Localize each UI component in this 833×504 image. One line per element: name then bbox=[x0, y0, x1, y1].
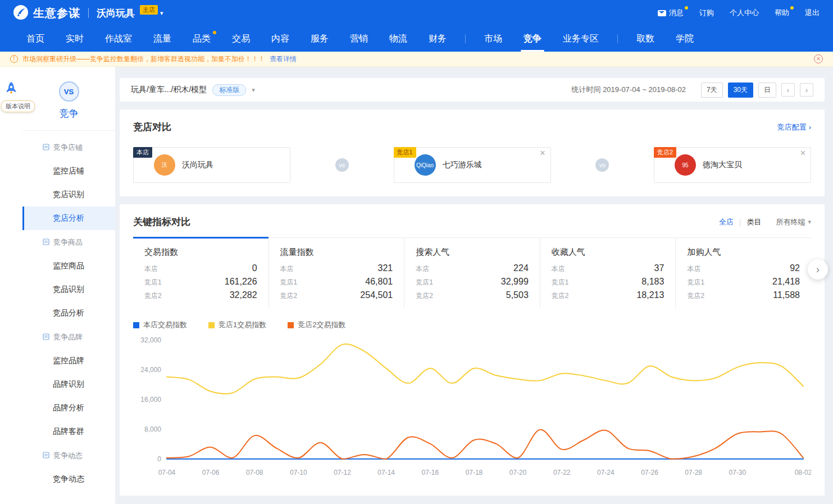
notice-close-icon[interactable]: × bbox=[814, 54, 823, 63]
nav-item-4[interactable]: 品类 bbox=[182, 26, 221, 52]
metric-value: 254,501 bbox=[360, 290, 393, 300]
metric-column-4[interactable]: 加购人气本店92竞店121,418竞店211,588 bbox=[676, 238, 811, 309]
remove-store-button[interactable]: × bbox=[800, 149, 805, 158]
range-button-0[interactable]: 7天 bbox=[701, 83, 723, 98]
rocket-icon[interactable] bbox=[5, 81, 17, 98]
notification-dot bbox=[685, 6, 688, 10]
left-rail: 版本说明 bbox=[0, 67, 22, 504]
scope-tab-category[interactable]: 类目 bbox=[746, 217, 761, 227]
store-badge: 竞店1 bbox=[394, 147, 416, 158]
sidebar-item-5[interactable]: 监控商品 bbox=[22, 254, 115, 278]
metric-value: 0 bbox=[252, 263, 257, 273]
remove-store-button[interactable]: × bbox=[540, 149, 545, 158]
nav-item-13[interactable]: 竞争 bbox=[513, 26, 552, 52]
metric-column-2[interactable]: 搜索人气本店224竞店132,999竞店25,503 bbox=[404, 238, 540, 309]
category-breadcrumb[interactable]: 玩具/童车.../积木/模型 bbox=[131, 85, 207, 95]
nav-item-1[interactable]: 实时 bbox=[55, 26, 94, 52]
sidebar-item-6[interactable]: 竞品识别 bbox=[22, 278, 115, 301]
metric-column-3[interactable]: 收藏人气本店37竞店18,183竞店218,213 bbox=[540, 238, 676, 309]
topbar-profile[interactable]: 个人中心 bbox=[730, 8, 759, 18]
metric-row-label: 竞店1 bbox=[552, 278, 569, 287]
range-button-2[interactable]: 日 bbox=[758, 83, 776, 98]
metric-column-0[interactable]: 交易指数本店0竞店1161,226竞店232,282 bbox=[133, 238, 269, 309]
metric-row: 竞店132,999 bbox=[416, 277, 529, 287]
version-note-tag[interactable]: 版本说明 bbox=[1, 100, 35, 112]
sidebar-item-2[interactable]: 竞店识别 bbox=[22, 183, 115, 207]
notification-dot bbox=[213, 31, 216, 34]
sidebar-section-8: 竞争品牌 bbox=[22, 325, 115, 349]
folder-icon bbox=[43, 239, 49, 247]
nav-item-16[interactable]: 取数 bbox=[626, 26, 665, 52]
range-button-1[interactable]: 30天 bbox=[728, 83, 753, 98]
sidebar-item-9[interactable]: 监控品牌 bbox=[22, 349, 115, 373]
nav-item-5[interactable]: 交易 bbox=[221, 26, 261, 52]
notice-detail-link[interactable]: 查看详情 bbox=[270, 54, 297, 64]
metric-name: 收藏人气 bbox=[552, 247, 664, 258]
prev-period-button[interactable]: ‹ bbox=[781, 83, 795, 97]
nav-item-2[interactable]: 作战室 bbox=[94, 26, 143, 52]
topbar-orders[interactable]: 订购 bbox=[699, 8, 714, 18]
legend-item-1[interactable]: 竞店1交易指数 bbox=[208, 320, 266, 330]
store-switcher[interactable]: 沃尚玩具 主店 ▾ bbox=[97, 7, 163, 20]
topbar-messages[interactable]: 消息 bbox=[658, 8, 684, 18]
sidebar-item-11[interactable]: 品牌分析 bbox=[22, 396, 115, 420]
sidebar-item-14[interactable]: 竞争动态 bbox=[22, 468, 115, 491]
metric-value: 18,213 bbox=[636, 290, 664, 300]
nav-item-label: 取数 bbox=[636, 33, 654, 45]
legend-item-2[interactable]: 竞店2交易指数 bbox=[288, 320, 345, 330]
nav-item-14[interactable]: 业务专区 bbox=[552, 26, 609, 52]
nav-item-10[interactable]: 财务 bbox=[418, 26, 457, 52]
metric-column-1[interactable]: 流量指数本店321竞店146,801竞店2254,501 bbox=[269, 238, 405, 309]
info-icon: ! bbox=[10, 55, 18, 63]
store-avatar: QiQiao bbox=[415, 154, 436, 176]
nav-item-0[interactable]: 首页 bbox=[16, 26, 55, 52]
nav-item-7[interactable]: 服务 bbox=[300, 26, 339, 52]
scope-tab-all[interactable]: 全店 bbox=[719, 217, 734, 227]
nav-item-label: 竞争 bbox=[524, 33, 541, 45]
metric-value: 32,999 bbox=[501, 277, 529, 287]
nav-item-label: 市场 bbox=[484, 33, 502, 45]
nav-item-label: 交易 bbox=[232, 33, 250, 45]
terminal-filter-label: 所有终端 bbox=[776, 217, 805, 227]
nav-item-3[interactable]: 流量 bbox=[143, 26, 182, 52]
sidebar-item-label: 竞店识别 bbox=[53, 190, 84, 199]
topbar-logout[interactable]: 退出 bbox=[805, 8, 820, 18]
store-card-0: 本店沃沃尚玩具 bbox=[133, 147, 290, 183]
axis-tick-label: 8,000 bbox=[144, 425, 161, 433]
nav-item-8[interactable]: 营销 bbox=[339, 26, 379, 52]
app-logo[interactable]: 生意参谋 bbox=[13, 5, 80, 21]
metric-row-label: 本店 bbox=[552, 264, 565, 274]
sidebar-item-12[interactable]: 品牌客群 bbox=[22, 420, 115, 443]
nav-item-17[interactable]: 学院 bbox=[665, 26, 704, 52]
axis-tick-label: 07-10 bbox=[290, 469, 307, 476]
axis-tick-label: 07-30 bbox=[729, 469, 746, 476]
nav-item-label: 服务 bbox=[311, 33, 329, 45]
divider: | bbox=[739, 218, 741, 226]
trend-chart: 08,00016,00024,00032,00007-0407-0607-080… bbox=[133, 332, 811, 481]
nav-item-12[interactable]: 市场 bbox=[474, 26, 513, 52]
folder-icon bbox=[43, 144, 49, 152]
terminal-filter[interactable]: 所有终端 ▾ bbox=[776, 217, 811, 227]
nav-item-label: 物流 bbox=[389, 33, 407, 45]
next-period-button[interactable]: › bbox=[800, 83, 813, 97]
metrics-next-button[interactable]: › bbox=[808, 259, 828, 280]
sidebar-section-13: 竞争动态 bbox=[22, 443, 115, 468]
config-link-label: 竞店配置 bbox=[777, 122, 807, 132]
nav-item-6[interactable]: 内容 bbox=[261, 26, 300, 52]
chart-line-2 bbox=[167, 429, 803, 459]
chevron-right-icon: › bbox=[809, 123, 811, 131]
topbar-help[interactable]: 帮助 bbox=[775, 8, 789, 18]
metric-row: 本店224 bbox=[416, 263, 529, 274]
nav-item-9[interactable]: 物流 bbox=[379, 26, 418, 52]
metrics-filters: 全店 | 类目 所有终端 ▾ bbox=[719, 217, 811, 227]
sidebar-item-10[interactable]: 品牌识别 bbox=[22, 373, 115, 396]
sidebar-item-1[interactable]: 监控店铺 bbox=[22, 159, 115, 183]
chevron-down-icon[interactable]: ▾ bbox=[252, 86, 255, 94]
legend-item-0[interactable]: 本店交易指数 bbox=[133, 320, 187, 330]
metric-row-label: 竞店1 bbox=[144, 278, 162, 287]
sidebar-item-3[interactable]: 竞店分析 bbox=[22, 207, 115, 230]
sidebar-item-7[interactable]: 竞品分析 bbox=[22, 301, 115, 325]
topbar-item-label: 消息 bbox=[669, 8, 684, 18]
metric-row: 竞店232,282 bbox=[144, 290, 257, 301]
store-config-link[interactable]: 竞店配置 › bbox=[777, 122, 811, 132]
